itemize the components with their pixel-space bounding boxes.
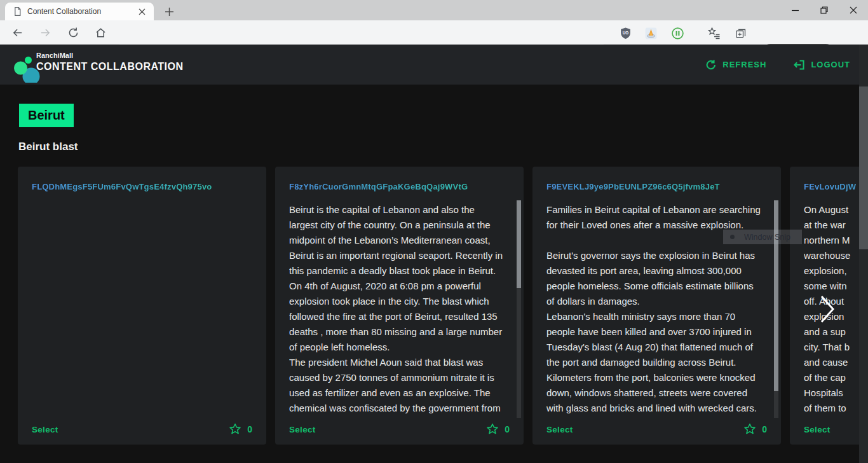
- card-content-id[interactable]: F8zYh6rCuorGmnMtqGFpaKGeBqQaj9WVtG: [289, 182, 508, 191]
- star-rating[interactable]: 0: [229, 423, 252, 436]
- star-count: 0: [247, 424, 252, 434]
- page-heading: Beirut blast: [18, 141, 78, 153]
- snip-label: Window Snip: [744, 233, 790, 242]
- lamp-extension-icon[interactable]: [643, 25, 658, 41]
- snip-bullet-icon: [730, 235, 735, 239]
- card-content-id[interactable]: FLQDhMEgsF5FUm6FvQwTgsE4fzvQh975vo: [32, 182, 251, 191]
- home-icon[interactable]: [92, 24, 109, 41]
- brand-block: RanchiMall CONTENT COLLABORATION: [36, 52, 184, 73]
- card-footer: Select 0: [289, 421, 510, 438]
- card-footer: Select 0: [546, 421, 767, 438]
- logout-icon: [793, 59, 805, 71]
- window-snip-overlay: Window Snip: [723, 230, 802, 244]
- browser-toolbar: https://ranchimall.github.io/p2p-content…: [0, 20, 868, 45]
- card-footer: Select: [804, 421, 868, 438]
- select-button[interactable]: Select: [546, 425, 573, 434]
- star-rating[interactable]: 0: [486, 423, 510, 436]
- app-header: RanchiMall CONTENT COLLABORATION REFRESH…: [0, 45, 868, 85]
- card-content-id[interactable]: FEvLovuDjW: [804, 182, 868, 191]
- card-scrollbar-thumb[interactable]: [774, 200, 778, 391]
- topic-badge[interactable]: Beirut: [19, 104, 74, 127]
- browser-tab[interactable]: Content Collaboration: [5, 3, 154, 20]
- page-scrollbar-thumb[interactable]: [859, 86, 868, 249]
- browser-tab-strip: Content Collaboration: [0, 0, 868, 20]
- star-rating[interactable]: 0: [743, 423, 767, 436]
- refresh-button[interactable]: REFRESH: [705, 59, 766, 71]
- star-icon: [229, 423, 241, 436]
- card-footer: Select 0: [32, 421, 252, 438]
- window-controls: [780, 0, 868, 20]
- page-scrollbar[interactable]: [859, 45, 868, 463]
- ublock-badge-text: UO: [622, 31, 628, 35]
- tab-close-icon[interactable]: [136, 6, 147, 17]
- select-button[interactable]: Select: [32, 425, 58, 434]
- brand-name: RanchiMall: [36, 52, 184, 59]
- carousel-next-icon[interactable]: [820, 294, 836, 324]
- close-window-icon[interactable]: [839, 0, 868, 20]
- cards-row: FLQDhMEgsF5FUm6FvQwTgsE4fzvQh975vo Selec…: [18, 167, 868, 445]
- refresh-label: REFRESH: [722, 60, 766, 69]
- card-scrollbar-thumb[interactable]: [517, 200, 521, 288]
- minimize-icon[interactable]: [780, 0, 810, 20]
- tab-title: Content Collaboration: [27, 7, 136, 16]
- refresh-icon: [705, 59, 717, 71]
- page-content: Beirut Beirut blast FLQDhMEgsF5FUm6FvQwT…: [0, 85, 868, 463]
- app-title: CONTENT COLLABORATION: [36, 61, 184, 73]
- logout-button[interactable]: LOGOUT: [793, 59, 850, 71]
- star-icon: [743, 423, 756, 436]
- select-button[interactable]: Select: [289, 425, 316, 434]
- forward-icon[interactable]: [36, 24, 54, 41]
- restore-icon[interactable]: [810, 0, 839, 20]
- page-favicon-icon: [13, 6, 22, 17]
- back-icon[interactable]: [8, 24, 26, 41]
- pause-extension-icon[interactable]: [670, 25, 685, 41]
- collections-icon[interactable]: [733, 25, 749, 41]
- card-content-id[interactable]: F9EVEKLJ9ye9PbEUNLPZ96c6Q5jfvm8JeT: [546, 182, 766, 191]
- favorites-bar-icon[interactable]: [707, 25, 722, 41]
- content-card: F9EVEKLJ9ye9PbEUNLPZ96c6Q5jfvm8JeT Famil…: [532, 167, 781, 445]
- card-scrollbar[interactable]: [517, 200, 521, 418]
- star-icon: [486, 423, 499, 436]
- star-count: 0: [762, 424, 767, 434]
- new-tab-button[interactable]: [160, 3, 178, 20]
- content-card: FLQDhMEgsF5FUm6FvQwTgsE4fzvQh975vo Selec…: [18, 167, 266, 445]
- content-card: F8zYh6rCuorGmnMtqGFpaKGeBqQaj9WVtG Beiru…: [275, 167, 524, 445]
- select-button[interactable]: Select: [804, 425, 831, 434]
- star-count: 0: [505, 424, 510, 434]
- ublock-extension-icon[interactable]: UO: [618, 25, 633, 41]
- card-body-text: Beirut is the capital of Lebanon and als…: [289, 202, 506, 417]
- logout-label: LOGOUT: [811, 60, 850, 69]
- reload-icon[interactable]: [64, 24, 82, 41]
- card-body-text: [32, 202, 248, 417]
